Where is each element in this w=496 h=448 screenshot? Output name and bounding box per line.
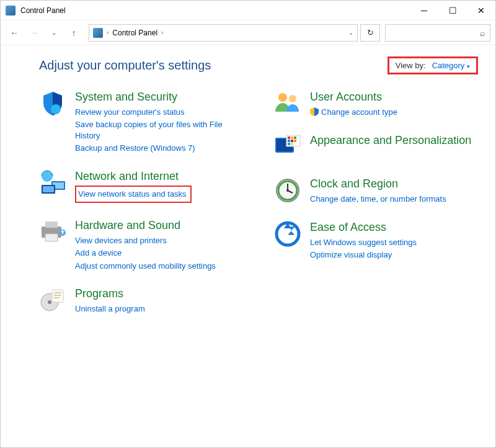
chevron-right-icon: › [107, 29, 108, 36]
viewby-value[interactable]: Category ▾ [432, 61, 470, 70]
link-network-status[interactable]: View network status and tasks [75, 186, 192, 203]
category-system-security: System and Security Review your computer… [39, 91, 243, 154]
programs-icon [39, 287, 66, 315]
recent-locations-button[interactable]: ⌄ [45, 24, 63, 42]
printer-icon [39, 219, 66, 246]
svg-rect-14 [52, 290, 63, 302]
svg-rect-26 [288, 140, 290, 142]
svg-rect-5 [43, 186, 54, 192]
category-programs: Programs Uninstall a program [39, 287, 243, 315]
link-windows-suggest[interactable]: Let Windows suggest settings [310, 237, 478, 248]
breadcrumb-icon [93, 28, 103, 38]
link-add-device[interactable]: Add a device [75, 248, 243, 259]
up-button[interactable]: ↑ [65, 24, 82, 42]
svg-point-13 [48, 300, 51, 304]
close-button[interactable]: ✕ [467, 1, 495, 20]
content-area: Adjust your computer's settings View by:… [1, 45, 495, 447]
category-ease-of-access: Ease of Access Let Windows suggest setti… [274, 221, 478, 261]
link-optimize-display[interactable]: Optimize visual display [310, 249, 478, 261]
link-uninstall-program[interactable]: Uninstall a program [75, 303, 243, 315]
control-panel-icon [6, 6, 16, 16]
link-file-history[interactable]: Save backup copies of your files with Fi… [75, 119, 243, 141]
titlebar: Control Panel ─ ☐ ✕ [1, 1, 495, 20]
uac-shield-icon [310, 107, 319, 116]
viewby-label: View by: [396, 61, 426, 70]
viewby-selector[interactable]: View by: Category ▾ [388, 56, 478, 74]
link-devices-printers[interactable]: View devices and printers [75, 235, 243, 246]
category-clock: Clock and Region Change date, time, or n… [274, 177, 478, 205]
category-title[interactable]: System and Security [75, 91, 243, 104]
category-hardware: Hardware and Sound View devices and prin… [39, 219, 243, 271]
category-title[interactable]: Hardware and Sound [75, 219, 243, 233]
chevron-down-icon[interactable]: ⌄ [348, 29, 353, 36]
addressbar: ← → ⌄ ↑ › Control Panel › ⌄ ↻ ⌕ [1, 20, 495, 45]
back-button[interactable]: ← [6, 24, 23, 42]
clock-icon [274, 177, 301, 205]
category-title[interactable]: Ease of Access [310, 221, 478, 235]
maximize-button[interactable]: ☐ [438, 1, 467, 20]
chevron-right-icon: › [161, 29, 163, 36]
forward-button[interactable]: → [25, 24, 43, 42]
category-title[interactable]: Appearance and Personalization [310, 134, 478, 148]
svg-rect-15 [54, 292, 61, 293]
shield-icon [39, 91, 66, 118]
link-backup-restore[interactable]: Backup and Restore (Windows 7) [75, 143, 243, 154]
category-appearance: Appearance and Personalization [274, 134, 478, 161]
svg-rect-29 [288, 143, 290, 145]
svg-rect-7 [45, 222, 58, 228]
svg-point-35 [286, 189, 289, 192]
category-user-accounts: User Accounts Change account type [274, 91, 478, 118]
svg-rect-24 [291, 137, 293, 139]
page-title: Adjust your computer's settings [39, 58, 211, 73]
category-title[interactable]: Programs [75, 287, 243, 301]
breadcrumb[interactable]: › Control Panel › ⌄ [89, 24, 358, 42]
svg-rect-16 [54, 295, 61, 296]
link-review-status[interactable]: Review your computer's status [75, 107, 243, 118]
network-icon [39, 170, 66, 197]
svg-rect-30 [291, 143, 293, 145]
svg-rect-11 [62, 230, 63, 234]
ease-of-access-icon [274, 221, 301, 248]
appearance-icon [274, 134, 301, 161]
svg-rect-28 [294, 140, 296, 142]
window-title: Control Panel [20, 6, 410, 15]
search-icon: ⌕ [480, 28, 485, 38]
svg-rect-23 [288, 137, 290, 139]
users-icon [274, 91, 301, 118]
breadcrumb-root[interactable]: Control Panel [112, 29, 157, 37]
svg-point-0 [51, 104, 61, 114]
svg-rect-25 [294, 137, 296, 139]
category-title[interactable]: Network and Internet [75, 170, 243, 184]
svg-rect-8 [45, 234, 58, 241]
svg-point-19 [289, 95, 296, 102]
refresh-button[interactable]: ↻ [360, 24, 380, 42]
category-title[interactable]: Clock and Region [310, 177, 478, 191]
link-change-account-type[interactable]: Change account type [321, 107, 397, 118]
link-date-time-formats[interactable]: Change date, time, or number formats [310, 194, 478, 205]
category-title[interactable]: User Accounts [310, 91, 478, 104]
svg-rect-27 [291, 140, 293, 142]
minimize-button[interactable]: ─ [410, 1, 438, 20]
svg-point-18 [278, 93, 287, 102]
link-mobility-settings[interactable]: Adjust commonly used mobility settings [75, 261, 243, 272]
category-network: Network and Internet View network status… [39, 170, 243, 203]
search-input[interactable]: ⌕ [385, 24, 490, 42]
svg-rect-17 [54, 297, 60, 298]
